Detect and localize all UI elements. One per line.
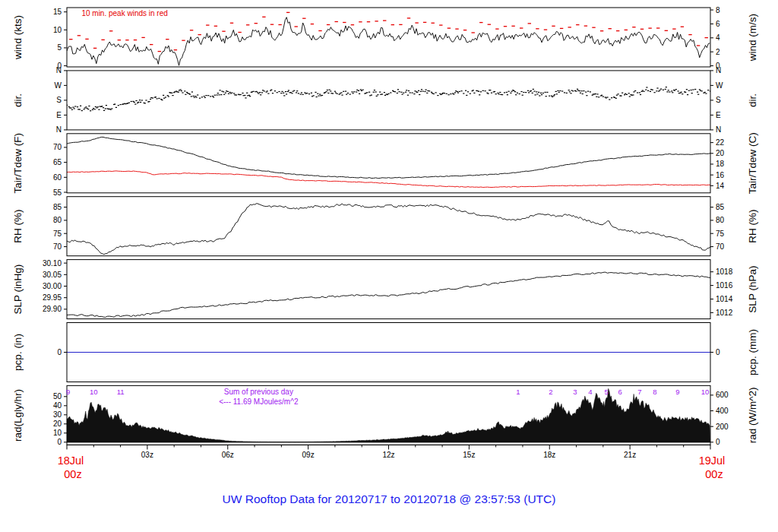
direction-dot [266,92,267,93]
direction-dot [414,90,416,91]
panel-rh: 7075808570758085RH (%)RH (%) [12,197,758,256]
panel-border-temp [67,134,710,193]
direction-dot [337,93,338,94]
direction-dot [97,106,99,107]
direction-dot [431,92,432,93]
direction-dot [199,98,201,99]
direction-dot [568,90,570,90]
temp-tdew-line [67,171,710,188]
direction-dot [522,95,523,96]
direction-dot [577,89,578,90]
direction-dot [390,92,391,93]
direction-dot [454,92,456,93]
direction-dot [540,93,542,93]
direction-dot [374,90,375,90]
direction-dot [504,92,505,93]
direction-dot [615,98,617,99]
direction-dot [281,91,283,92]
temp-series [67,137,710,187]
direction-dot [283,93,284,93]
y-tick-label-left: 50 [53,392,62,401]
y-tick-label-right: 1014 [716,295,733,303]
y-tick-label-left: 10 [53,26,62,34]
direction-dot [566,93,568,93]
direction-dot [520,91,522,92]
rh-series [67,204,710,255]
direction-dot [182,92,183,93]
direction-dot [625,93,626,94]
direction-dot [302,94,304,95]
direction-dot [511,91,513,92]
direction-dot [163,98,165,99]
direction-dot [204,96,205,97]
direction-dot [561,90,563,91]
direction-dot [387,94,388,95]
y-tick-label-right: 6 [716,20,720,28]
x-tick-label: 06z [222,451,234,459]
direction-dot [624,94,625,95]
direction-dot [96,107,97,108]
mj-marker: 9 [66,388,70,396]
direction-dot [345,91,346,92]
direction-dot [318,96,319,97]
direction-dot [412,93,413,93]
direction-dot [506,92,508,93]
direction-dot [539,95,540,96]
direction-dot [145,100,147,100]
direction-dot [94,109,96,109]
axis-title-left-slp: SLP (inHg) [12,264,24,315]
y-tick-label-right: 1018 [716,268,733,276]
mj-marker: 10 [701,388,710,396]
direction-dot [86,108,87,109]
direction-dot [246,93,248,93]
direction-dot [508,91,510,92]
direction-dot [245,97,246,98]
direction-dot [214,95,216,96]
direction-dot [678,90,679,91]
panel-wind: 05101502468wind (kts)wind (m/s)10 min. p… [12,6,758,71]
direction-dot [501,94,503,95]
direction-dot [343,91,344,92]
direction-dot [421,89,422,90]
direction-dot [668,90,669,90]
direction-dot [545,92,546,93]
direction-dot [494,91,495,92]
direction-dot [317,93,318,94]
direction-dot [646,87,647,87]
direction-dot [542,93,544,93]
direction-dot [329,90,330,90]
direction-dot [466,95,467,96]
direction-dot [513,90,514,91]
direction-dot [240,94,242,95]
direction-dot [470,93,471,94]
mj-marker: 9 [675,388,679,396]
direction-dot [669,91,670,92]
direction-dot [437,95,438,96]
direction-dot [707,90,709,90]
x-tick-label: 03z [141,451,153,459]
meteogram-chart: 05101502468wind (kts)wind (m/s)10 min. p… [0,0,778,532]
direction-dot [180,89,182,90]
direction-dot [135,100,137,101]
direction-dot [366,92,368,93]
direction-dot [572,90,574,91]
direction-dot [376,96,378,97]
direction-dot [444,93,445,93]
direction-dot [290,92,292,93]
direction-dot [218,94,220,95]
direction-dot [311,93,312,93]
direction-dot [575,90,577,91]
direction-dot [489,90,491,90]
direction-dot [557,90,558,91]
x-tick-label: 21z [624,451,636,459]
direction-dot [482,90,484,91]
direction-dot [368,92,370,93]
direction-dot [666,91,668,92]
direction-dot [694,89,696,90]
direction-dot [134,104,136,105]
direction-dot [93,108,94,109]
direction-dot [262,90,264,90]
direction-dot [341,95,343,96]
direction-dot [491,93,492,93]
direction-dot [685,92,686,93]
